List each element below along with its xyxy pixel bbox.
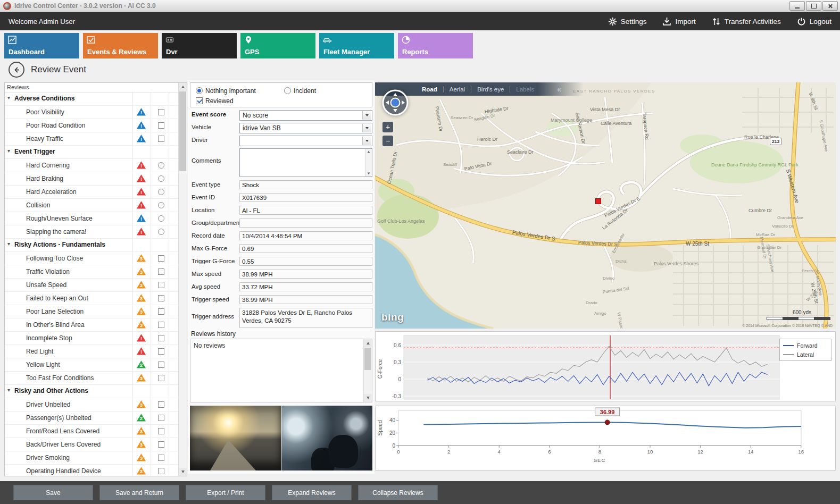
bing-logo[interactable]: bing: [381, 312, 404, 323]
review-item-checkbox[interactable]: [158, 295, 164, 301]
review-item-radio[interactable]: [158, 189, 164, 195]
form-row-max-g-force: Max G-Force0.69: [190, 243, 372, 256]
map-zoom-out-button[interactable]: −: [382, 136, 393, 146]
save-button[interactable]: Save: [13, 485, 93, 500]
back-button[interactable]: [9, 62, 24, 78]
review-item-checkbox[interactable]: [158, 401, 164, 408]
chevron-down-icon[interactable]: [362, 137, 371, 145]
review-item-checkbox[interactable]: [158, 136, 164, 142]
review-item-checkbox[interactable]: [158, 375, 164, 381]
collapse-arrow-icon[interactable]: ▾: [7, 387, 10, 393]
expand-reviews-button[interactable]: Expand Reviews: [272, 485, 352, 500]
location-field[interactable]: Al - FL: [239, 206, 372, 215]
review-item-checkbox[interactable]: [158, 268, 164, 275]
trigger-g-force-field[interactable]: 0.55: [239, 257, 372, 266]
review-item-checkbox[interactable]: [158, 428, 164, 434]
event-id-field[interactable]: X017639: [239, 193, 372, 202]
map-label: Golf Club-Los Angelas: [377, 219, 425, 224]
map-label: Amigo: [594, 311, 606, 316]
review-item-checkbox[interactable]: [158, 308, 164, 315]
tab-dashboard[interactable]: Dashboard: [4, 33, 79, 58]
video-front-camera[interactable]: [190, 406, 281, 471]
maximize-button[interactable]: [806, 1, 821, 11]
tab-gps[interactable]: GPS: [240, 33, 315, 58]
scroll-down-icon[interactable]: [179, 468, 187, 476]
driver-select[interactable]: [239, 136, 372, 146]
review-item-checkbox[interactable]: [158, 255, 164, 262]
review-item-radio[interactable]: [158, 215, 164, 222]
map-compass-control[interactable]: [381, 89, 409, 116]
vehicle-select[interactable]: idrive Van SB: [239, 123, 372, 133]
map-zoom-in-button[interactable]: +: [382, 122, 393, 132]
record-date-field[interactable]: 10/4/2014 4:48:54 PM: [239, 231, 372, 240]
map-event-marker[interactable]: [595, 198, 601, 204]
radio-nothing-important[interactable]: [196, 87, 203, 94]
export-print-button[interactable]: Export / Print: [186, 485, 265, 500]
scroll-thumb[interactable]: [364, 348, 371, 370]
map-view-road-button[interactable]: Road: [422, 86, 437, 93]
map[interactable]: EAST RANCHO PALOS VERDESMarymount Colleg…: [375, 82, 836, 329]
review-item-radio[interactable]: [158, 229, 164, 235]
review-item-checkbox[interactable]: [158, 335, 164, 341]
nav-transfer[interactable]: Transfer Activities: [712, 17, 781, 26]
scroll-down-icon[interactable]: [364, 394, 372, 402]
scrollbar[interactable]: [365, 149, 372, 177]
group-department-field[interactable]: [239, 219, 372, 228]
review-item-checkbox[interactable]: [158, 415, 164, 421]
review-group-risky-actions-fundamentals[interactable]: ▾Risky Actions - Fundamentals: [5, 239, 179, 252]
checkbox-reviewed[interactable]: [196, 97, 203, 104]
review-item-radio[interactable]: [158, 175, 164, 182]
map-view-aerial-button[interactable]: Aerial: [450, 86, 465, 93]
tab-dvr[interactable]: Dvr: [162, 33, 237, 58]
minimize-button[interactable]: [789, 1, 805, 11]
map-view-bird-s-eye-button[interactable]: Bird's eye: [477, 86, 504, 93]
max-g-force-field[interactable]: 0.69: [239, 244, 372, 253]
review-item-checkbox[interactable]: [158, 109, 164, 115]
reviews-history-scrollbar[interactable]: [363, 339, 372, 402]
nav-settings[interactable]: Settings: [608, 17, 647, 26]
tab-reports[interactable]: Reports: [398, 33, 473, 58]
event-score-select[interactable]: No score: [239, 110, 372, 121]
map-view-labels-button[interactable]: Labels: [516, 86, 534, 93]
comments-textarea[interactable]: [239, 148, 372, 177]
trigger-address-field[interactable]: 31828 Palos Verdes Dr E, Rancho Palos Ve…: [239, 308, 372, 328]
review-group-event-trigger[interactable]: ▾Event Trigger: [5, 146, 179, 159]
review-item-checkbox[interactable]: [158, 362, 164, 368]
collapse-arrow-icon[interactable]: ▾: [7, 241, 10, 247]
scroll-thumb[interactable]: [179, 91, 186, 171]
review-item-radio[interactable]: [158, 202, 164, 208]
max-speed-field[interactable]: 38.99 MPH: [239, 270, 372, 279]
collapse-reviews-button[interactable]: Collapse Reviews: [358, 485, 438, 500]
chevron-down-icon[interactable]: [362, 124, 371, 132]
review-item-checkbox[interactable]: [158, 122, 164, 129]
close-button[interactable]: [822, 1, 838, 11]
nav-logout[interactable]: Logout: [797, 17, 831, 26]
save-and-return-button[interactable]: Save and Return: [99, 485, 179, 500]
trigger-speed-field[interactable]: 36.99 MPH: [239, 295, 372, 304]
review-item-checkbox[interactable]: [158, 282, 164, 288]
review-item-radio[interactable]: [158, 162, 164, 169]
chevron-down-icon[interactable]: [362, 111, 371, 120]
map-bar-collapse-button[interactable]: «: [557, 85, 561, 94]
collapse-arrow-icon[interactable]: ▾: [7, 95, 10, 100]
review-item-checkbox[interactable]: [158, 441, 164, 448]
nav-import[interactable]: Import: [662, 17, 695, 26]
review-group-adverse-conditions[interactable]: ▾Adverse Conditions: [5, 93, 179, 106]
review-item-checkbox[interactable]: [158, 322, 164, 328]
review-item-checkbox[interactable]: [158, 455, 164, 461]
avg-speed-field[interactable]: 33.72 MPH: [239, 282, 372, 291]
severity-orange-triangle-icon: 3: [136, 293, 146, 303]
scroll-up-icon[interactable]: [179, 83, 187, 91]
review-item-checkbox[interactable]: [158, 348, 164, 355]
collapse-arrow-icon[interactable]: ▾: [7, 148, 10, 154]
review-item-checkbox[interactable]: [158, 468, 164, 474]
reviews-history-list[interactable]: No reviews: [190, 339, 372, 402]
review-group-risky-and-other-actions[interactable]: ▾Risky and Other Actions: [5, 385, 179, 398]
tab-fleet[interactable]: Fleet Manager: [319, 33, 394, 58]
video-cabin-camera[interactable]: [281, 406, 372, 471]
reviews-scrollbar[interactable]: [178, 83, 187, 476]
radio-incident[interactable]: [284, 87, 291, 94]
event-type-field[interactable]: Shock: [239, 180, 372, 189]
scroll-up-icon[interactable]: [364, 339, 372, 347]
tab-events[interactable]: Events & Reviews: [83, 33, 158, 58]
